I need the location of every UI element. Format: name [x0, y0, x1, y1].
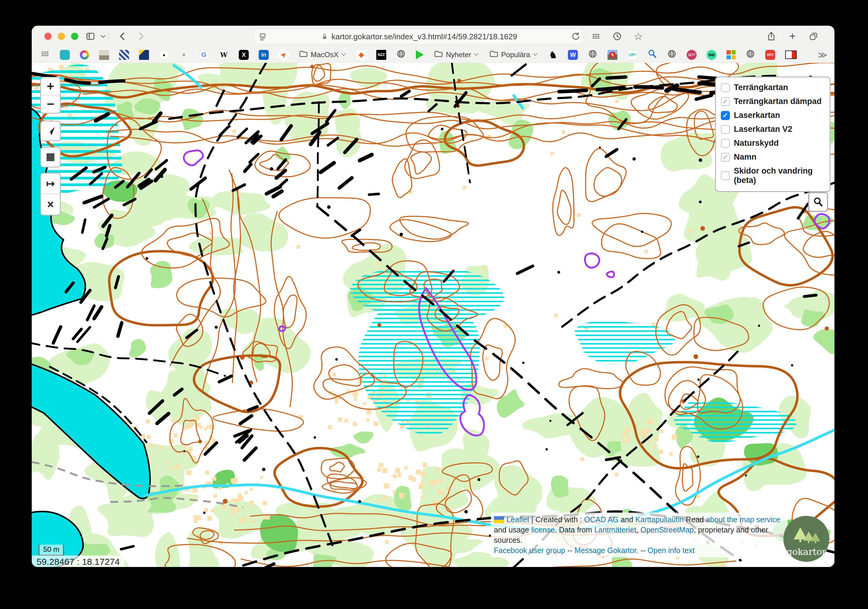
bookmark-flag-black-red[interactable] [785, 51, 797, 59]
link-about-the-map-service[interactable]: about the map service [706, 515, 780, 524]
address-bar[interactable]: kartor.gokartor.se/index_v3.html#14/59.2… [254, 29, 584, 44]
bookmark-microsoft[interactable] [727, 50, 736, 59]
orienteering-map-canvas[interactable] [32, 63, 834, 567]
bookmark-orange-diamond[interactable]: ◆ [356, 50, 366, 60]
fullscreen-window-button[interactable] [71, 33, 78, 40]
map-search-button[interactable] [808, 192, 828, 212]
wikipedia-icon: W [219, 50, 229, 60]
link-license[interactable]: license [531, 525, 555, 534]
sidebar-toggle-button[interactable] [84, 30, 97, 43]
forward-button[interactable] [135, 30, 148, 43]
extensions-grid-button[interactable] [589, 30, 603, 43]
search-icon [813, 197, 823, 207]
history-button[interactable] [611, 30, 624, 43]
link-openstreetmap[interactable]: OpenStreetMap [640, 525, 694, 534]
chevron-down-icon [341, 51, 346, 59]
minimize-window-button[interactable] [58, 33, 65, 40]
checkbox-checked[interactable]: ✓ [721, 111, 730, 120]
bookmark-populara-folder[interactable]: Populära [489, 49, 538, 61]
attribution-text: and [618, 515, 636, 524]
back-icon [118, 31, 127, 41]
layer-toggle-skidor-och-vandring-beta[interactable]: Skidor och vandring (beta) [721, 166, 824, 185]
tab-overview-button[interactable] [807, 30, 820, 43]
layer-toggle-naturskydd[interactable]: Naturskydd [721, 138, 824, 148]
location-arrow-icon [45, 126, 56, 137]
sidebar-dropdown-button[interactable] [96, 30, 110, 43]
bookmark-orange-cursor[interactable]: ➤ [279, 50, 288, 60]
zoom-in-button[interactable]: + [41, 78, 60, 95]
checkbox-unchecked[interactable] [721, 83, 730, 92]
checkbox-unchecked[interactable] [721, 125, 730, 134]
bookmark-globe-site-4[interactable] [746, 49, 755, 61]
link-open-info-text[interactable]: Open info text [648, 546, 695, 555]
reader-view-icon[interactable] [258, 32, 268, 43]
link-facebook-user-group[interactable]: Facebook user group [494, 546, 565, 555]
close-window-button[interactable] [45, 33, 52, 40]
bookmark-hotell-badge[interactable]: HOT [765, 50, 775, 60]
layer-toggle-laserkartan[interactable]: ✓Laserkartan [721, 111, 824, 120]
bookmark-ifk-crest[interactable] [119, 50, 129, 60]
layer-toggle-terr-ngkartan-d-mpad[interactable]: ✓Terrängkartan dämpad [721, 97, 824, 106]
layer-toggle-namn[interactable]: ✓Namn [721, 152, 824, 162]
link-lantm-teriet[interactable]: Lantmäteriet [594, 525, 636, 534]
bookmark-globe-site-3[interactable] [667, 49, 677, 61]
bookmark-globe-site-2[interactable] [588, 49, 597, 61]
bookmark-nyheter-folder[interactable]: Nyheter [434, 49, 479, 61]
bookmark-nzz[interactable]: NZZ [376, 50, 386, 60]
locate-me-button[interactable] [40, 121, 61, 141]
checkbox-unchecked[interactable] [721, 171, 730, 180]
attribution-text: . Data from [555, 525, 595, 534]
stop-tracking-button[interactable] [40, 147, 61, 168]
bookmark-apple-white-circle[interactable]: ● [159, 50, 169, 60]
bookmark-favorites-grid[interactable] [40, 49, 50, 61]
attribution-text: | Created with : [529, 515, 584, 524]
bookmark-globe-site-1[interactable] [396, 49, 406, 61]
layer-label: Terrängkartan [734, 83, 788, 92]
trees-icon [792, 527, 821, 546]
bookmark-horse-silhouette[interactable]: ♞ [548, 50, 558, 60]
zoom-control: + − [40, 77, 61, 114]
bookmark-tripadvisor[interactable]: oo [707, 50, 716, 60]
globe-icon [396, 49, 406, 61]
bookmark-site-1177[interactable]: 1177 [687, 50, 697, 60]
bookmark-wordpress[interactable]: W [568, 50, 578, 60]
bookmark-star-button[interactable]: ☆ [632, 30, 645, 43]
checkbox-checked[interactable]: ✓ [721, 153, 730, 162]
link-karttapullautin[interactable]: Karttapullautin [635, 515, 684, 524]
flag-icon [785, 51, 797, 59]
layer-toggle-laserkartan-v2[interactable]: Laserkartan V2 [721, 124, 824, 134]
bookmark-up-site[interactable]: UP! [628, 50, 637, 60]
bookmark-linkedin[interactable]: in [259, 50, 269, 60]
bookmark-apple-gray[interactable]: ● [179, 50, 189, 60]
bookmark-google[interactable]: G [199, 50, 209, 60]
wordpress-icon: W [568, 50, 578, 60]
zoom-out-button[interactable]: − [41, 95, 60, 113]
bookmark-macosx-folder[interactable]: MacOsX [299, 49, 346, 61]
bookmark-x-twitter[interactable]: X [239, 50, 249, 60]
bookmark-site-teal-app[interactable] [60, 50, 70, 60]
bookmark-mountain-shield[interactable]: ↯ [608, 50, 617, 60]
link-ocad-ag[interactable]: OCAD AG [584, 515, 618, 524]
measure-button[interactable]: ↦ [41, 174, 60, 194]
gokartor-logo[interactable]: gokartor [783, 516, 829, 562]
map-view[interactable]: + − ↦ × Terrängkartan✓Terrängkartan dämp… [32, 63, 834, 567]
bookmark-navy-yellow-flag[interactable] [139, 50, 149, 60]
checkbox-unchecked[interactable] [721, 139, 730, 148]
bookmark-green-play[interactable] [416, 50, 424, 59]
bookmark-pelican-photo[interactable] [99, 50, 109, 60]
share-button[interactable] [765, 30, 778, 43]
link-message-gokartor[interactable]: Message Gokartor. [575, 546, 638, 555]
attribution-text: -- [565, 546, 575, 555]
bookmark-search-site[interactable] [647, 49, 657, 61]
link-leaflet[interactable]: Leaflet [507, 515, 529, 524]
layer-toggle-terr-ngkartan[interactable]: Terrängkartan [721, 83, 824, 92]
reload-button[interactable] [571, 32, 581, 43]
close-measure-button[interactable]: × [41, 194, 60, 215]
new-tab-button[interactable]: + [786, 30, 799, 43]
back-button[interactable] [116, 30, 129, 43]
bookmarks-overflow-chevrons[interactable]: ≫ [818, 50, 826, 60]
layer-label: Naturskydd [734, 138, 779, 148]
bookmark-wikipedia[interactable]: W [219, 50, 229, 60]
bookmark-browser-color-ring[interactable] [80, 50, 89, 59]
checkbox-checked[interactable]: ✓ [721, 97, 730, 106]
